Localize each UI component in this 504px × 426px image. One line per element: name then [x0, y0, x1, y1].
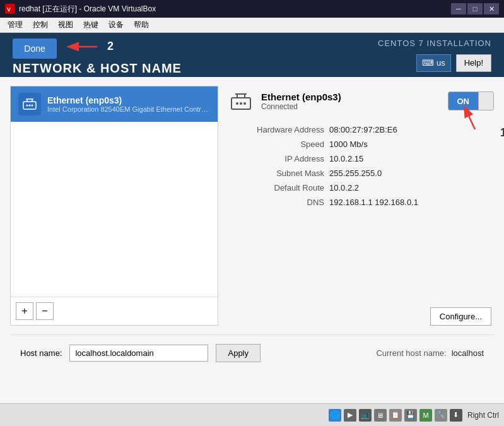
detail-value-speed: 1000 Mb/s	[329, 139, 368, 149]
detail-label-subnet: Subnet Mask	[228, 169, 329, 178]
table-row: Default Route 10.0.2.2	[228, 180, 494, 195]
svg-point-15	[236, 102, 238, 105]
menu-bar: 管理 控制 视图 热键 设备 帮助	[0, 18, 504, 33]
menu-control[interactable]: 控制	[28, 18, 53, 32]
device-name: Ethernet (enp0s3)	[261, 92, 341, 102]
help-button[interactable]: Help!	[456, 54, 491, 72]
network-item-info: Ethernet (enp0s3) Intel Corporation 8254…	[47, 95, 210, 113]
device-header: Ethernet (enp0s3) Connected ON	[228, 86, 494, 116]
svg-text:V: V	[7, 6, 11, 13]
menu-view[interactable]: 视图	[53, 18, 78, 32]
detail-label-speed: Speed	[228, 139, 329, 149]
hostname-bar: Host name: Apply Current host name: loca…	[10, 334, 494, 371]
page-header: Done 2 NETWORK & HOST NAME	[0, 33, 504, 77]
current-hostname: Current host name: localhost	[376, 348, 484, 358]
lang-code: us	[437, 58, 445, 68]
taskbar: 🌐 ▶ 📺 🖥 📋 💾 M 🔧 ⬇ Right Ctrl	[0, 403, 504, 426]
remove-network-button[interactable]: −	[36, 302, 54, 320]
device-text-info: Ethernet (enp0s3) Connected	[261, 92, 341, 111]
taskbar-icon-6: 💾	[404, 409, 417, 422]
current-hostname-label: Current host name:	[376, 348, 446, 358]
detail-value-subnet: 255.255.255.0	[329, 169, 382, 178]
network-details-table: Hardware Address 08:00:27:97:2B:E6 Speed…	[228, 122, 494, 210]
taskbar-icon-1: 🌐	[329, 409, 341, 422]
network-item-desc: Intel Corporation 82540EM Gigabit Ethern…	[47, 105, 210, 113]
detail-label-ip: IP Address	[228, 154, 329, 163]
detail-value-dns: 192.168.1.1 192.168.0.1	[329, 198, 418, 207]
svg-point-9	[29, 105, 31, 107]
table-row: IP Address 10.0.2.15	[228, 151, 494, 166]
taskbar-icon-7: M	[419, 409, 432, 422]
device-info: Ethernet (enp0s3) Connected	[228, 88, 341, 114]
table-row: DNS 192.168.1.1 192.168.0.1	[228, 195, 494, 210]
table-row: Subnet Mask 255.255.255.0	[228, 166, 494, 180]
ethernet-icon	[18, 93, 41, 115]
window-title: redhat [正在运行] - Oracle VM VirtualBox	[19, 4, 156, 15]
toggle-handle[interactable]	[478, 92, 493, 110]
detail-value-hardware: 08:00:27:97:2B:E6	[329, 125, 397, 134]
language-selector[interactable]: ⌨ us	[416, 54, 451, 72]
panel-controls: + −	[11, 297, 218, 325]
menu-help[interactable]: 帮助	[129, 18, 154, 32]
menu-devices[interactable]: 设备	[103, 18, 129, 32]
apply-button[interactable]: Apply	[216, 344, 261, 362]
hostname-label: Host name:	[20, 348, 62, 358]
menu-manage[interactable]: 管理	[3, 18, 28, 32]
table-row: Hardware Address 08:00:27:97:2B:E6	[228, 122, 494, 137]
configure-button[interactable]: Configure...	[430, 307, 491, 326]
svg-point-16	[240, 102, 242, 105]
taskbar-icon-5: 📋	[389, 409, 402, 422]
network-list-item[interactable]: Ethernet (enp0s3) Intel Corporation 8254…	[11, 86, 218, 122]
device-status: Connected	[261, 102, 341, 111]
svg-point-8	[26, 105, 28, 107]
ethernet-toggle[interactable]: ON	[448, 92, 495, 110]
title-bar: V redhat [正在运行] - Oracle VM VirtualBox ─…	[0, 0, 504, 18]
detail-value-ip: 10.0.2.15	[329, 154, 363, 163]
detail-label-dns: DNS	[228, 198, 329, 207]
hostname-input[interactable]	[69, 345, 208, 362]
svg-point-17	[243, 102, 246, 105]
network-detail-panel: Ethernet (enp0s3) Connected ON	[228, 86, 494, 326]
right-ctrl-label: Right Ctrl	[465, 411, 499, 420]
annotation-1: 1	[500, 126, 504, 139]
taskbar-icon-4: 🖥	[374, 409, 387, 422]
current-hostname-value: localhost	[452, 348, 484, 358]
app-icon: V	[5, 4, 15, 14]
network-item-name: Ethernet (enp0s3)	[47, 95, 210, 105]
maximize-button[interactable]: □	[467, 3, 483, 15]
taskbar-icon-8: 🔧	[435, 409, 447, 422]
detail-label-route: Default Route	[228, 183, 329, 192]
done-button[interactable]: Done	[13, 38, 57, 59]
taskbar-icon-2: ▶	[344, 409, 356, 422]
table-row: Speed 1000 Mb/s	[228, 137, 494, 151]
close-button[interactable]: ✕	[484, 3, 499, 15]
annotation-2: 2	[107, 40, 114, 53]
menu-hotkeys[interactable]: 热键	[78, 18, 103, 32]
network-list-panel: Ethernet (enp0s3) Intel Corporation 8254…	[10, 86, 218, 326]
main-content: Ethernet (enp0s3) Intel Corporation 8254…	[0, 77, 504, 403]
toggle-on-label[interactable]: ON	[448, 92, 479, 110]
minimize-button[interactable]: ─	[451, 3, 466, 15]
page-title: NETWORK & HOST NAME	[13, 61, 182, 76]
taskbar-icon-9: ⬇	[450, 409, 462, 422]
keyboard-icon: ⌨	[422, 58, 434, 68]
add-network-button[interactable]: +	[16, 302, 33, 320]
device-ethernet-icon	[228, 88, 254, 114]
installation-title: CENTOS 7 INSTALLATION	[378, 38, 491, 48]
detail-label-hardware: Hardware Address	[228, 125, 329, 134]
svg-point-10	[32, 105, 33, 107]
detail-value-route: 10.0.2.2	[329, 183, 359, 192]
taskbar-icon-3: 📺	[359, 409, 372, 422]
